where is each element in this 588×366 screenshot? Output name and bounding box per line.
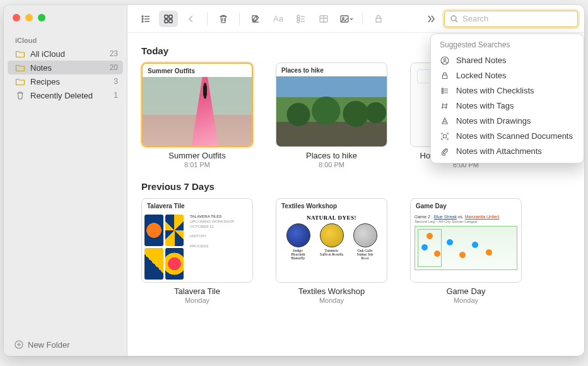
sidebar-item-count: 1 [114,91,118,100]
sidebar-item-recently-deleted[interactable]: Recently Deleted 1 [4,88,127,102]
plus-circle-icon [14,339,24,350]
thumb-text: PROCESS [190,244,249,249]
suggested-drawings[interactable]: Notes with Drawings [431,114,584,129]
media-button[interactable] [337,11,356,27]
fullscreen-window-button[interactable] [38,14,45,21]
back-button[interactable] [182,11,201,27]
format-button[interactable]: Aa [269,11,288,27]
minimize-window-button[interactable] [25,14,33,21]
sidebar-item-all-icloud[interactable]: All iCloud 23 [4,47,127,61]
suggested-label: Notes with Scanned Documents [456,131,573,141]
svg-point-14 [451,16,456,21]
sidebar-item-label: Notes [30,63,105,73]
sidebar-item-notes[interactable]: Notes 20 [8,61,123,74]
svg-point-17 [442,88,444,90]
new-folder-label: New Folder [28,340,69,350]
lock-button[interactable] [369,11,388,27]
svg-point-16 [444,58,445,60]
thumb-text: HISTORY [190,234,249,239]
note-thumb: Summer Outfits [141,62,253,147]
note-timestamp: 8:00 PM [276,161,387,168]
note-card[interactable]: Talavera Tile TALAVERA TILES UPCOMING WO… [141,198,253,304]
close-window-button[interactable] [13,14,20,21]
svg-point-19 [442,92,444,93]
search-icon [450,15,459,23]
note-card[interactable]: Places to hike Places to hike 8:00 PM [276,62,387,168]
note-thumb-title: Summer Outfits [143,64,252,77]
toolbar-separator [362,13,363,25]
scan-icon [440,131,450,141]
note-card[interactable]: Textiles Workshop NATURAL DYES! Indigo H… [276,198,387,304]
delete-button[interactable] [214,11,233,27]
search-wrap: Suggested Searches Shared Notes Locked N… [444,11,578,27]
svg-rect-4 [165,15,168,18]
sidebar-item-label: Recipes [30,77,109,86]
note-thumb-image [276,76,387,146]
note-title: Places to hike [276,151,387,160]
svg-rect-6 [165,20,168,23]
toolbar-separator [207,13,208,25]
table-button[interactable] [314,11,333,27]
trash-icon [15,90,25,100]
note-thumb: Textiles Workshop NATURAL DYES! Indigo H… [276,198,387,283]
sidebar-item-recipes[interactable]: Recipes 3 [4,74,127,88]
note-thumb: Places to hike [276,62,387,147]
suggested-title: Suggested Searches [431,39,584,53]
suggested-label: Notes with Checklists [456,86,534,95]
compose-button[interactable] [246,11,265,27]
note-timestamp: Monday [410,297,522,304]
note-timestamp: Monday [276,297,387,304]
toolbar-separator [239,13,240,25]
new-folder-button[interactable]: New Folder [4,333,127,356]
section-title: Previous 7 Days [141,181,570,192]
note-title: Talavera Tile [141,286,253,296]
sidebar-item-count: 23 [110,49,118,58]
suggested-checklists[interactable]: Notes with Checklists [431,83,584,98]
svg-point-18 [442,90,444,92]
search-field[interactable] [444,11,578,27]
thumb-text: OCTOBER 21 [190,225,249,230]
folder-icon [15,76,25,86]
notes-window: iCloud All iCloud 23 Notes 20 Recipes 3 [4,5,584,356]
suggested-tags[interactable]: Notes with Tags [431,98,584,114]
note-title: Textiles Workshop [276,286,387,296]
hash-icon [440,101,450,111]
suggested-locked-notes[interactable]: Locked Notes [431,68,584,83]
aa-icon: Aa [273,14,283,23]
note-timestamp: 8:01 PM [141,161,253,168]
folder-icon [15,62,25,73]
svg-point-1 [142,16,143,17]
thumb-text: Game 2 : Blue Streak vs. Manzanita Unite… [415,215,517,219]
svg-point-13 [343,17,344,19]
svg-rect-5 [169,15,172,18]
grid-view-button[interactable] [159,11,178,27]
thumb-text: Oak Galls Sumac Iris Root [353,249,377,260]
suggested-scanned-docs[interactable]: Notes with Scanned Documents [431,129,584,144]
sidebar: iCloud All iCloud 23 Notes 20 Recipes 3 [4,5,127,356]
sidebar-item-label: Recently Deleted [30,91,109,100]
more-button[interactable] [421,11,440,27]
checklist-button[interactable] [291,11,310,27]
note-card[interactable]: Summer Outfits Summer Outfits 8:01 PM [141,62,253,168]
suggested-attachments[interactable]: Notes with Attachments [431,144,584,159]
lock-icon [440,71,450,81]
main-panel: Aa [127,5,584,356]
note-thumb-image: NATURAL DYES! Indigo Hyacinth Butterfly … [276,212,387,282]
note-thumb: Game Day Game 2 : Blue Streak vs. Manzan… [410,198,522,283]
svg-point-2 [142,18,143,20]
svg-rect-7 [169,20,172,23]
svg-rect-20 [444,134,447,138]
note-timestamp: Monday [141,297,253,304]
thumb-text: UPCOMING WORKSHOP [190,220,249,225]
thumb-text: Indigo Hyacinth Butterfly [286,249,310,260]
note-thumb-image: TALAVERA TILES UPCOMING WORKSHOP OCTOBER… [142,212,252,282]
svg-point-10 [297,20,300,23]
folder-icon [15,49,25,59]
note-card[interactable]: Game Day Game 2 : Blue Streak vs. Manzan… [410,198,522,304]
suggested-label: Notes with Attachments [456,146,542,156]
sidebar-item-count: 3 [114,77,118,86]
search-input[interactable] [462,14,572,23]
note-title: Game Day [410,286,522,296]
suggested-shared-notes[interactable]: Shared Notes [431,53,584,68]
list-view-button[interactable] [136,11,155,27]
